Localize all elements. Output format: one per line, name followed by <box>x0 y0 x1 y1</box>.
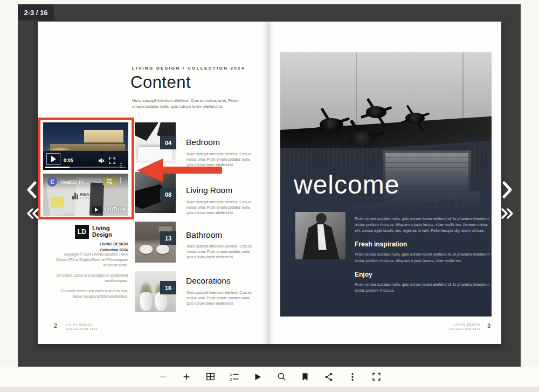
footer-caption-bottom: COLLECTION 2024 <box>66 327 98 331</box>
footer-caption-bottom: COLLECTION 2024 <box>448 327 480 331</box>
red-annotation-arrow-shaft <box>163 167 222 174</box>
page-title: Content <box>130 73 191 92</box>
toc-page-badge-decorations: 16 <box>160 281 176 294</box>
credits-block: Copyright © 2024 LIVING DESIGN / AKA Sim… <box>54 252 128 299</box>
page-indicator-badge: 2-3 / 16 <box>18 4 54 20</box>
logo-name-top: Living <box>92 225 112 232</box>
embedded-video-player[interactable]: 0:05 ⋮ <box>43 122 128 170</box>
table-of-contents-button[interactable]: 1 2 <box>227 370 241 384</box>
minus-icon: − <box>160 371 167 383</box>
video-thumbnail-light-glow <box>46 147 72 151</box>
toc-page-badge-bedroom: 04 <box>160 136 176 149</box>
youtube-logo-button[interactable]: YouTube <box>92 206 126 213</box>
enjoy-paragraph: Proin ornare sodales nulla, quis rutrum … <box>355 281 492 293</box>
chevron-left-icon <box>25 181 38 199</box>
youtube-watch-later-button[interactable] <box>106 178 113 185</box>
thumbnails-button[interactable] <box>203 370 217 384</box>
left-page-number: 2 <box>54 322 57 329</box>
toc-description-bathroom: Nunc suscipit interdum eleifend. Cras eu… <box>186 244 257 260</box>
play-icon <box>51 156 56 162</box>
credit-paragraph: Elit quatur, occus ut et poreped ut opta… <box>54 273 128 284</box>
bottom-strip <box>0 387 539 392</box>
series-name: LIVING DESIGN <box>54 242 128 247</box>
search-button[interactable] <box>274 370 288 384</box>
fresh-inspiration-paragraph: Proin ornare sodales nulla, quis rutrum … <box>355 251 492 263</box>
footer-caption-top: LIVING DESIGN <box>66 322 98 327</box>
youtube-channel-avatar[interactable]: C <box>47 177 57 187</box>
toc-description-decorations: Nunc suscipit interdum eleifend. Cras eu… <box>186 290 257 307</box>
video-timestamp: 0:05 <box>64 157 73 163</box>
series-title-block: LIVING DESIGN Collection 2024 <box>54 242 128 253</box>
video-fullscreen-button[interactable] <box>109 157 115 164</box>
right-page-footer: LIVING DESIGN COLLECTION 2024 3 <box>415 322 490 331</box>
video-progress-fill <box>45 167 70 168</box>
autoplay-button[interactable] <box>251 370 265 384</box>
watermark-title: REAL3D <box>80 192 99 196</box>
man-in-suit-photo <box>295 212 345 259</box>
chevron-right-icon <box>501 181 514 199</box>
youtube-more-button[interactable]: ⋮ <box>118 177 123 184</box>
zoom-out-button[interactable]: − <box>156 370 170 384</box>
logo-mark: LD <box>75 225 89 239</box>
svg-text:1: 1 <box>230 373 232 377</box>
play-icon <box>253 372 262 382</box>
building-logo-icon <box>72 192 78 199</box>
grid-icon <box>205 372 216 382</box>
flipbook-viewer-screen: 2-3 / 16 LIVING DESIGN / COLLECTION 2024… <box>0 0 539 392</box>
bookmark-button[interactable] <box>298 370 312 384</box>
next-page-button[interactable] <box>499 180 515 200</box>
fullscreen-icon <box>109 157 115 164</box>
last-page-button[interactable] <box>500 207 514 221</box>
eyebrow-label: LIVING DESIGN / COLLECTION 2024 <box>132 66 245 71</box>
video-play-button[interactable] <box>46 153 60 165</box>
welcome-heading: welcome <box>294 170 399 200</box>
bottom-toolbar: − + 1 2 <box>0 367 539 387</box>
double-chevron-right-icon <box>501 208 514 219</box>
first-page-button[interactable] <box>26 207 40 221</box>
numbered-list-icon: 1 2 <box>229 372 239 382</box>
right-page-number: 3 <box>487 322 490 329</box>
video-mute-button[interactable] <box>98 157 105 164</box>
bookmark-icon <box>300 372 310 382</box>
fullscreen-button[interactable] <box>369 370 383 384</box>
page-fold-seam <box>261 22 275 344</box>
muted-speaker-icon <box>98 157 105 164</box>
red-annotation-arrow-head <box>137 159 163 182</box>
playlist-icon <box>106 178 113 185</box>
toc-item-bathroom[interactable]: Bathroom <box>186 230 222 240</box>
toc-item-living-room[interactable]: Living Room <box>186 185 232 195</box>
toc-description-bedroom: Nunc suscipit interdum eleifend. Cras eu… <box>186 152 257 168</box>
youtube-video-title[interactable]: Real3D Fl… <box>60 179 88 185</box>
more-options-button[interactable] <box>345 370 360 384</box>
gas-burner <box>400 108 430 128</box>
credit-paragraph: Et occate nonem sed maior sunt et lia no… <box>54 288 128 299</box>
youtube-embed-player[interactable]: REAL3D FLIPBOOK C Real3D Fl… ⋮ YouTube <box>43 174 128 216</box>
logo-name-bottom: Design <box>92 232 112 238</box>
toc-page-badge-living-room: 08 <box>160 188 176 201</box>
share-button[interactable] <box>322 370 336 384</box>
share-icon <box>324 372 334 382</box>
kebab-menu-icon <box>348 372 357 382</box>
zoom-in-button[interactable]: + <box>179 370 194 384</box>
footer-caption-top: LIVING DESIGN <box>448 322 480 327</box>
fullscreen-icon <box>371 372 382 382</box>
toc-item-bedroom[interactable]: Bedroom <box>186 137 220 147</box>
previous-page-button[interactable] <box>24 180 40 200</box>
double-chevron-left-icon <box>26 208 39 219</box>
watermark-subtitle: FLIPBOOK <box>80 197 99 199</box>
page-indicator-text: 2-3 / 16 <box>24 9 47 17</box>
toc-item-decorations[interactable]: Decorations <box>186 276 231 286</box>
video-thumbnail-house <box>84 130 123 142</box>
left-page-footer: 2 LIVING DESIGN COLLECTION 2024 <box>54 322 98 331</box>
kitchen-hero-image: welcome Proin ornare sodales nulla, quis… <box>280 52 492 317</box>
kebab-menu-icon: ⋮ <box>118 177 123 183</box>
real3d-flipbook-watermark: REAL3D FLIPBOOK <box>72 192 99 199</box>
content-intro-text: Nunc suscipit interdum eleifend. Cras eu… <box>132 98 247 110</box>
toc-page-badge-bathroom: 13 <box>160 231 176 245</box>
video-progress-bar[interactable] <box>45 167 126 168</box>
section-heading-enjoy: Enjoy <box>355 271 492 278</box>
sticky-note-shape <box>50 196 65 208</box>
gas-burner <box>360 102 392 122</box>
youtube-wordmark: YouTube <box>103 207 126 212</box>
living-design-logo: LD Living Design <box>75 225 112 239</box>
